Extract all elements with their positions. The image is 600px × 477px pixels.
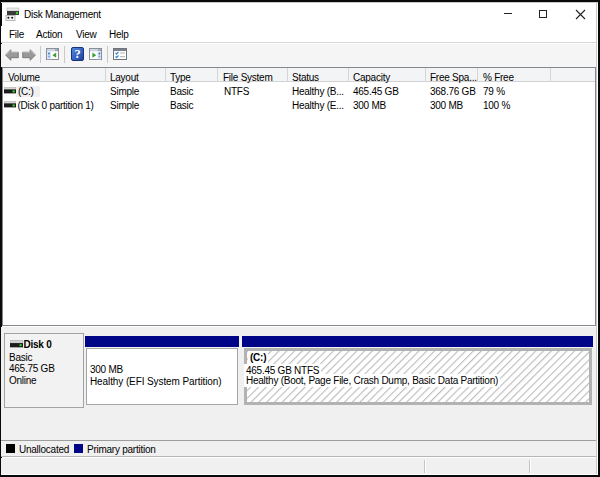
svg-text:?: ? (74, 47, 80, 61)
